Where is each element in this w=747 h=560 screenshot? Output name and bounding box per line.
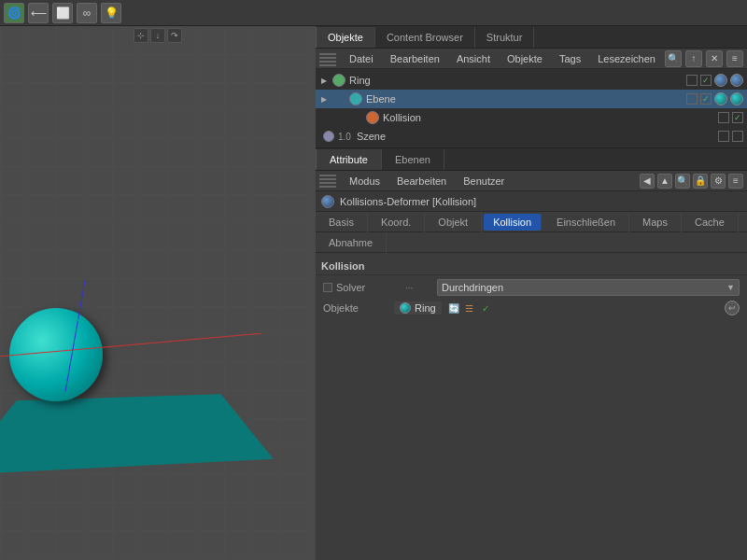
toolbar-icon-4[interactable]: 💡 [101, 3, 121, 23]
viewport-background [0, 26, 316, 560]
prop-tab-kollision[interactable]: Kollision [484, 214, 542, 231]
viewport-nav-down[interactable]: ↓ [150, 28, 165, 43]
object-row-kollision[interactable]: Kollision ✓ [316, 108, 747, 127]
chip-refresh-icon[interactable]: 🔄 [447, 301, 460, 315]
obj-vis-kollision[interactable] [718, 112, 729, 123]
obj-vis-ring[interactable] [686, 75, 698, 86]
obj-arrow-ebene: ▶ [319, 94, 329, 104]
ring-chip-label: Ring [415, 302, 436, 314]
menu-bar: Datei Bearbeiten Ansicht Objekte Tags Le… [316, 49, 747, 69]
toolbar-icon-0[interactable]: 🌀 [4, 3, 24, 23]
top-toolbar: 🌀 ⟵ ⬜ ∞ 💡 [0, 0, 747, 26]
objekte-row: Objekte Ring 🔄 ☰ ✓ ↩ [316, 298, 747, 318]
deformer-sphere-icon [321, 195, 334, 208]
obj-vis-ebene[interactable] [686, 93, 698, 105]
menu-settings-icon[interactable]: ≡ [726, 50, 743, 67]
obj-icon-ebene [349, 92, 362, 105]
menu-search-icon[interactable]: 🔍 [665, 50, 682, 67]
obj-render-ring[interactable]: ✓ [700, 75, 712, 86]
attr-lock-icon[interactable]: 🔒 [693, 174, 708, 189]
attr-arrow-left-icon[interactable]: ◀ [640, 174, 655, 189]
obj-controls-szene [718, 131, 743, 142]
chip-list-icon[interactable]: ☰ [463, 301, 476, 315]
menu-ansicht[interactable]: Ansicht [449, 51, 498, 66]
object-row-ring[interactable]: ▶ Ring ✓ [316, 71, 747, 90]
menu-objekte[interactable]: Objekte [500, 51, 550, 66]
obj-vis-szene[interactable] [718, 131, 729, 142]
menu-lesezeichen[interactable]: Lesezeichen [590, 51, 663, 66]
kollision-section-header: Kollision [316, 257, 747, 275]
chip-check-icon[interactable]: ✓ [479, 301, 492, 315]
object-row-szene[interactable]: 1.0 Szene [316, 127, 747, 146]
tab-objekte[interactable]: Objekte [316, 27, 375, 48]
obj-controls-ring: ✓ [686, 74, 743, 87]
prop-tabs: Basis Koord. Objekt Kollision Einschließ… [316, 212, 747, 232]
attr-menu-icon[interactable]: ≡ [728, 174, 743, 189]
obj-icon-ring [332, 74, 345, 87]
obj-name-ebene: Ebene [366, 93, 684, 105]
menu-arrow-up-icon[interactable]: ↑ [685, 50, 702, 67]
lower-panel: Attribute Ebenen Modus Bearbeiten Benutz… [316, 148, 747, 560]
end-action-icon[interactable]: ↩ [725, 301, 740, 315]
prop-tab-abnahme[interactable]: Abnahme [316, 232, 387, 253]
obj-sphere-ebene [714, 92, 727, 105]
top-tab-bar: Objekte Content Browser Struktur [316, 26, 747, 49]
deformer-header: Kollisions-Deformer [Kollision] [316, 191, 747, 212]
abnahme-row: Abnahme [316, 232, 747, 253]
deformer-title: Kollisions-Deformer [Kollision] [340, 196, 476, 207]
kollision-section: Kollision Solver ··· Durchdringen ▼ [316, 253, 747, 322]
tab-content-browser[interactable]: Content Browser [375, 27, 475, 48]
attr-menu-bearbeiten[interactable]: Bearbeiten [389, 174, 454, 189]
obj-sphere2-ring [730, 74, 743, 87]
solver-checkbox[interactable] [323, 283, 332, 292]
object-row-ebene[interactable]: ▶ Ebene ✓ [316, 90, 747, 108]
menu-close-icon[interactable]: ✕ [706, 50, 723, 67]
solver-dropdown[interactable]: Durchdringen ▼ [437, 279, 740, 296]
menu-datei[interactable]: Datei [342, 51, 381, 66]
toolbar-icon-3[interactable]: ∞ [77, 3, 97, 23]
menu-bearbeiten[interactable]: Bearbeiten [383, 51, 447, 66]
toolbar-icon-1[interactable]: ⟵ [28, 3, 49, 23]
obj-render-kollision[interactable]: ✓ [732, 112, 743, 123]
menu-stripe [319, 51, 336, 66]
tab-attribute[interactable]: Attribute [316, 149, 382, 170]
solver-label: Solver [336, 282, 402, 293]
prop-tab-maps[interactable]: Maps [629, 212, 682, 232]
obj-sphere-ring [714, 74, 727, 87]
obj-name-ring: Ring [349, 75, 684, 86]
objekte-label: Objekte [323, 302, 388, 314]
prop-tab-weitergehendes[interactable]: Weitergehendes [739, 212, 747, 232]
attr-tab-bar: Attribute Ebenen [316, 148, 747, 171]
solver-check-label: Solver [323, 282, 402, 293]
chip-icons: 🔄 ☰ ✓ [447, 301, 492, 315]
attr-stripe [319, 175, 336, 188]
attr-arrow-up-icon[interactable]: ▲ [657, 174, 672, 189]
tab-ebenen[interactable]: Ebenen [382, 149, 444, 170]
obj-name-szene: Szene [357, 131, 716, 142]
obj-controls-kollision: ✓ [718, 112, 743, 123]
attr-settings-icon[interactable]: ⚙ [711, 174, 726, 189]
attr-menu-benutzer[interactable]: Benutzer [456, 174, 512, 189]
attr-search-icon[interactable]: 🔍 [675, 174, 690, 189]
menu-tags[interactable]: Tags [552, 51, 588, 66]
obj-sphere2-ebene [730, 92, 743, 105]
menu-right-icons: 🔍 ↑ ✕ ≡ [665, 50, 743, 67]
attr-toolbar: Modus Bearbeiten Benutzer ◀ ▲ 🔍 🔒 ⚙ ≡ [316, 171, 747, 191]
attr-menu-modus[interactable]: Modus [342, 174, 388, 189]
toolbar-icon-2[interactable]: ⬜ [52, 3, 73, 23]
obj-icon-szene [323, 131, 334, 142]
obj-arrow-ring: ▶ [319, 76, 329, 85]
prop-tab-einschliessen[interactable]: Einschließen [543, 212, 629, 232]
prop-tab-koord[interactable]: Koord. [368, 212, 425, 232]
obj-render-szene[interactable] [732, 131, 743, 142]
viewport-nav-move[interactable]: ⊹ [134, 28, 148, 43]
viewport-3d[interactable]: ⊹ ↓ ↷ [0, 26, 316, 560]
obj-icon-kollision [366, 111, 379, 124]
tab-struktur[interactable]: Struktur [475, 27, 535, 48]
dropdown-arrow-icon: ▼ [726, 283, 735, 292]
prop-tab-basis[interactable]: Basis [316, 212, 368, 232]
prop-tab-objekt[interactable]: Objekt [425, 212, 482, 232]
obj-render-ebene[interactable]: ✓ [700, 93, 712, 105]
viewport-nav-rotate[interactable]: ↷ [167, 28, 182, 43]
prop-tab-cache[interactable]: Cache [682, 212, 739, 232]
